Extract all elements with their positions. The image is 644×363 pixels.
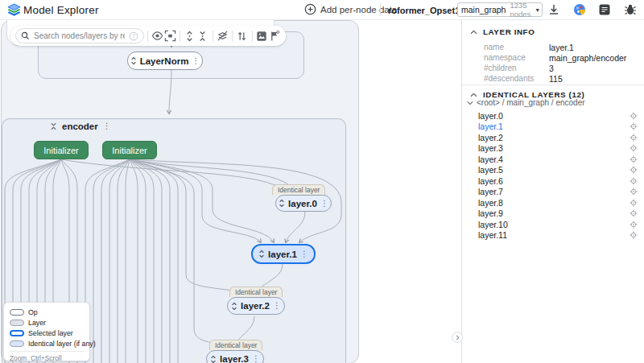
hide-layers-icon[interactable] [216,28,229,44]
help-icon[interactable]: ? [129,31,138,41]
info-value: 3 [549,64,554,73]
chevron-up-icon [470,93,477,97]
identical-layer-item[interactable]: layer.11 [478,230,639,241]
identical-layer-item[interactable]: layer.2 [478,132,639,143]
identical-layers-root-path[interactable]: <root> / main_graph / encoder [467,98,585,107]
side-panel-toggle-button[interactable] [452,332,463,343]
identical-layer-item[interactable]: layer.0 [478,110,639,122]
locate-icon[interactable] [630,188,638,196]
layer-info-section-header[interactable]: LAYER INFO [470,27,535,36]
badge-label: Identical layer [278,186,320,194]
node-layer-2[interactable]: layer.2 ⋮ [227,297,285,315]
node-kebab-icon[interactable]: ⋮ [320,200,328,208]
locate-icon[interactable] [630,155,638,163]
search-input[interactable] [34,31,125,40]
identical-layer-item-selected[interactable]: layer.1 [478,122,639,133]
collapse-all-icon[interactable] [196,28,209,44]
node-layer-1-selected[interactable]: layer.1 ⋮ [251,244,316,264]
locate-icon[interactable] [630,144,638,152]
identical-layer-item[interactable]: layer.6 [478,175,639,187]
locate-icon[interactable] [630,209,638,217]
toolbar-divider [180,31,180,42]
layer-item-label[interactable]: layer.8 [478,198,630,208]
node-label: layer.0 [288,199,317,208]
layer-item-label[interactable]: layer.0 [478,111,630,121]
identical-layer-swatch [10,340,24,347]
node-kebab-icon[interactable]: ⋮ [300,250,308,258]
encoder-kebab-icon[interactable]: ⋮ [103,122,111,130]
locate-icon[interactable] [630,166,638,174]
unfold-node-icon[interactable] [279,199,285,208]
identical-layer-item[interactable]: layer.10 [478,219,639,230]
node-layernorm[interactable]: LayerNorm ⋮ [127,52,203,70]
identical-layer-item[interactable]: layer.9 [478,208,639,220]
flag-icon[interactable] [268,28,281,44]
node-initializer-1[interactable]: Initializer [34,141,89,159]
info-key: #children [484,64,517,72]
toolbar-divider [252,31,253,42]
encoder-group-header[interactable]: encoder ⋮ [50,121,111,132]
search-box[interactable]: ? [15,28,144,43]
info-key: namespace [484,53,526,62]
layer-item-label[interactable]: layer.3 [478,143,630,153]
layer-item-label[interactable]: layer.1 [478,122,630,131]
identical-layer-item[interactable]: layer.5 [478,165,639,176]
identical-layer-item[interactable]: layer.4 [478,154,639,165]
encoder-label: encoder [62,122,98,131]
locate-icon[interactable] [630,134,638,142]
identical-layer-item[interactable]: layer.3 [478,143,639,155]
legend-divider [10,351,84,352]
badge-label: Identical layer [215,341,257,349]
layer-item-label[interactable]: layer.10 [478,220,630,229]
locate-icon[interactable] [630,112,638,120]
layer-item-label[interactable]: layer.7 [478,187,630,196]
layer-item-label[interactable]: layer.6 [478,176,630,186]
unfold-node-icon[interactable] [210,355,217,363]
visibility-icon[interactable] [151,28,164,44]
svg-text:?: ? [132,33,135,39]
layer-item-label[interactable]: layer.4 [478,155,630,164]
locate-icon[interactable] [630,231,638,239]
download-icon[interactable] [547,3,560,16]
node-layer-3[interactable]: layer.3 ⋮ [206,350,264,363]
node-kebab-icon[interactable]: ⋮ [192,57,200,65]
graph-legend: Op Layer Selected layer Identical layer … [3,302,90,361]
fit-to-screen-icon[interactable] [164,28,177,44]
node-label: layer.3 [220,354,249,363]
unfold-node-icon[interactable] [258,250,265,258]
locate-icon[interactable] [630,221,638,229]
node-layer-0[interactable]: layer.0 ⋮ [275,195,332,212]
locate-icon[interactable] [630,177,638,185]
bug-report-icon[interactable] [624,3,637,16]
snapshot-image-icon[interactable] [255,28,268,44]
locate-icon[interactable] [630,122,638,130]
toolbar-divider [147,31,148,42]
identical-layer-item[interactable]: layer.7 [478,187,639,198]
collapse-group-icon[interactable] [50,122,57,130]
theme-palette-icon[interactable] [573,3,586,16]
app-title: Model Explorer [23,4,99,16]
layer-item-label[interactable]: layer.9 [478,208,630,218]
plus-circle-icon [304,3,316,15]
node-initializer-2[interactable]: Initializer [102,141,157,159]
unfold-node-icon[interactable] [130,56,137,65]
legend-row-identical: Identical layer (if any) [10,338,84,349]
model-explorer-logo-icon [7,3,21,17]
swap-vertical-icon[interactable] [236,28,249,44]
add-per-node-data-button[interactable]: Add per-node data [304,3,397,15]
layer-item-label[interactable]: layer.11 [478,230,630,240]
graph-canvas[interactable]: encoder ⋮ LayerNorm ⋮ Initializer Initia… [0,20,460,363]
locate-icon[interactable] [630,199,638,207]
expand-all-icon[interactable] [184,28,196,44]
graph-select-dropdown[interactable]: main_graph 1235 nodes ▼ [457,2,543,17]
layer-item-label[interactable]: layer.5 [478,165,630,175]
info-value: main_graph/encoder [549,53,626,63]
article-icon[interactable] [598,3,611,16]
node-kebab-icon[interactable]: ⋮ [273,302,281,310]
identical-layer-item[interactable]: layer.8 [478,197,639,208]
section-divider [462,85,644,85]
layer-item-label[interactable]: layer.2 [478,133,630,142]
unfold-node-icon[interactable] [231,302,237,311]
node-kebab-icon[interactable]: ⋮ [252,355,260,363]
info-value: layer.1 [549,43,574,52]
